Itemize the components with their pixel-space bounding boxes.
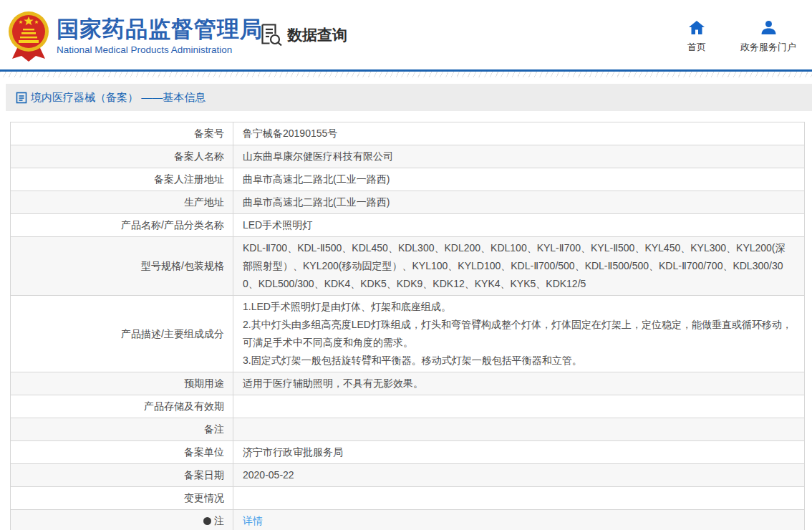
table-row: 备案人名称山东曲阜康尔健医疗科技有限公司: [11, 145, 805, 168]
info-table-wrap: 备案号鲁宁械备20190155号备案人名称山东曲阜康尔健医疗科技有限公司备案人注…: [10, 122, 805, 530]
table-row: 注详情: [11, 510, 805, 530]
table-row: 产品存储及有效期: [11, 395, 805, 418]
hatch-strip: [0, 72, 812, 77]
table-row: 备案号鲁宁械备20190155号: [11, 122, 805, 145]
brand-title-en: National Medical Products Administration: [57, 44, 263, 55]
row-label: 备案人注册地址: [11, 168, 233, 191]
row-value: 适用于医疗辅助照明，不具有无影效果。: [233, 372, 805, 395]
row-label: 注: [11, 510, 233, 530]
data-query-section: 数据查询: [260, 23, 347, 47]
table-row: 型号规格/包装规格KDL-Ⅱ700、KDL-Ⅱ500、KDL450、KDL300…: [11, 237, 805, 296]
detail-link[interactable]: 详情: [243, 515, 263, 526]
table-row: 产品描述/主要组成成分1.LED手术照明灯是由灯体、灯架和底座组成。 2.其中灯…: [11, 296, 805, 372]
table-row: 产品名称/产品分类名称LED手术照明灯: [11, 214, 805, 237]
home-icon: [689, 21, 705, 34]
nav-item-gov-portal[interactable]: 政务服务门户: [740, 21, 796, 54]
nav-label-gov-portal: 政务服务门户: [740, 41, 796, 54]
info-table-body: 备案号鲁宁械备20190155号备案人名称山东曲阜康尔健医疗科技有限公司备案人注…: [11, 122, 805, 530]
nav-label-home: 首页: [687, 41, 706, 54]
row-label: 备案号: [11, 122, 233, 145]
row-value: 详情: [233, 510, 805, 530]
row-label: 变更情况: [11, 487, 233, 510]
row-label: 备注: [11, 418, 233, 441]
table-row: 备案人注册地址曲阜市高速北二路北(工业一路西): [11, 168, 805, 191]
brand-block: 国家药品监督管理局 National Medical Products Admi…: [57, 16, 263, 55]
row-value: 曲阜市高速北二路北(工业一路西): [233, 191, 805, 214]
row-value: 曲阜市高速北二路北(工业一路西): [233, 168, 805, 191]
user-icon: [761, 21, 776, 34]
table-row: 变更情况: [11, 487, 805, 510]
doc-search-icon: [260, 23, 282, 47]
note-dot-icon: [203, 517, 211, 525]
row-value: 鲁宁械备20190155号: [233, 122, 805, 145]
row-value: [233, 395, 805, 418]
row-value: [233, 487, 805, 510]
table-row: 备案日期2020-05-22: [11, 464, 805, 487]
row-value: KDL-Ⅱ700、KDL-Ⅱ500、KDL450、KDL300、KDL200、K…: [233, 237, 805, 296]
info-table: 备案号鲁宁械备20190155号备案人名称山东曲阜康尔健医疗科技有限公司备案人注…: [10, 122, 805, 530]
nav-item-home[interactable]: 首页: [687, 21, 706, 54]
document-icon: [16, 92, 27, 104]
page-title: 境内医疗器械（备案） ——基本信息: [31, 91, 206, 105]
row-value: 济宁市行政审批服务局: [233, 441, 805, 464]
row-label: 产品描述/主要组成成分: [11, 296, 233, 372]
row-label: 备案单位: [11, 441, 233, 464]
table-row: 预期用途适用于医疗辅助照明，不具有无影效果。: [11, 372, 805, 395]
site-header: 国家药品监督管理局 National Medical Products Admi…: [0, 0, 812, 69]
row-value: [233, 418, 805, 441]
table-row: 备注: [11, 418, 805, 441]
row-value: 1.LED手术照明灯是由灯体、灯架和底座组成。 2.其中灯头由多组高亮度LED灯…: [233, 296, 805, 372]
table-row: 备案单位济宁市行政审批服务局: [11, 441, 805, 464]
top-nav: 首页 政务服务门户: [687, 21, 796, 54]
row-value: 2020-05-22: [233, 464, 805, 487]
data-query-label: 数据查询: [287, 25, 347, 45]
table-row: 生产地址曲阜市高速北二路北(工业一路西): [11, 191, 805, 214]
row-label: 备案人名称: [11, 145, 233, 168]
national-emblem-logo: [7, 8, 50, 62]
row-label: 生产地址: [11, 191, 233, 214]
row-label: 产品存储及有效期: [11, 395, 233, 418]
row-label: 备案日期: [11, 464, 233, 487]
row-label: 产品名称/产品分类名称: [11, 214, 233, 237]
row-label: 型号规格/包装规格: [11, 237, 233, 296]
breadcrumb-bar: 境内医疗器械（备案） ——基本信息: [6, 84, 812, 111]
row-label: 预期用途: [11, 372, 233, 395]
row-value: LED手术照明灯: [233, 214, 805, 237]
brand-title-cn: 国家药品监督管理局: [57, 16, 263, 42]
row-value: 山东曲阜康尔健医疗科技有限公司: [233, 145, 805, 168]
